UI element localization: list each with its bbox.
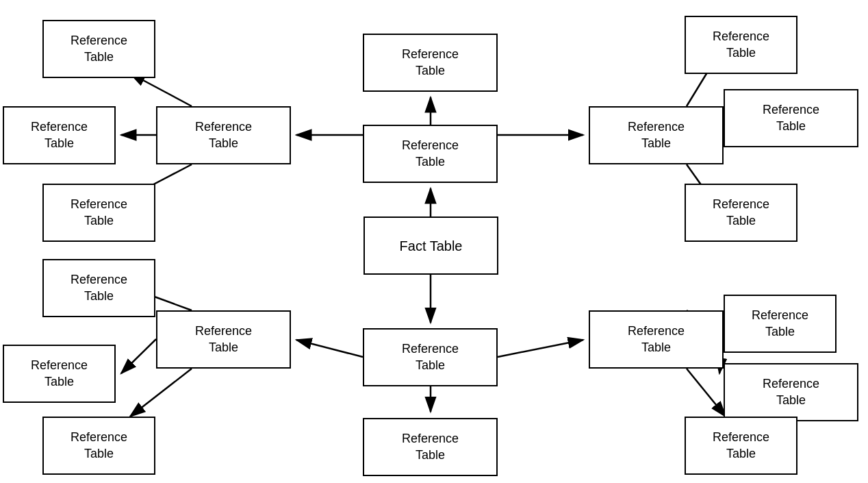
center-top-node: ReferenceTable xyxy=(363,34,498,92)
svg-line-17 xyxy=(130,369,192,417)
svg-line-20 xyxy=(687,369,726,417)
left-left-node: ReferenceTable xyxy=(3,106,116,164)
right-bot-mid-node: ReferenceTable xyxy=(589,310,724,369)
left-bot-top-node: ReferenceTable xyxy=(42,259,155,317)
svg-line-12 xyxy=(296,340,363,357)
svg-line-6 xyxy=(130,73,192,106)
right-bot-top-node: ReferenceTable xyxy=(724,295,837,353)
right-bot-right-node: ReferenceTable xyxy=(724,363,858,421)
left-top-node: ReferenceTable xyxy=(42,20,155,78)
right-bot-small-node: ReferenceTable xyxy=(685,184,797,242)
center-bot2-node: ReferenceTable xyxy=(363,418,498,476)
right-mid-node: ReferenceTable xyxy=(589,106,724,164)
center-bot-node: ReferenceTable xyxy=(363,328,498,386)
right-top-node: ReferenceTable xyxy=(685,16,797,74)
svg-line-13 xyxy=(498,340,583,357)
fact-table-node: Fact Table xyxy=(363,216,498,275)
right-right-node: ReferenceTable xyxy=(724,89,858,147)
right-bot-bot-node: ReferenceTable xyxy=(685,417,797,475)
center-mid-node: ReferenceTable xyxy=(363,125,498,183)
svg-line-16 xyxy=(121,339,156,373)
left-bot-small-node: ReferenceTable xyxy=(42,184,155,242)
left-bot-bot-node: ReferenceTable xyxy=(42,417,155,475)
left-bot-left-node: ReferenceTable xyxy=(3,345,116,403)
left-bot-mid-node: ReferenceTable xyxy=(156,310,291,369)
diagram: Fact Table ReferenceTable ReferenceTable… xyxy=(0,0,868,483)
left-mid-node: ReferenceTable xyxy=(156,106,291,164)
